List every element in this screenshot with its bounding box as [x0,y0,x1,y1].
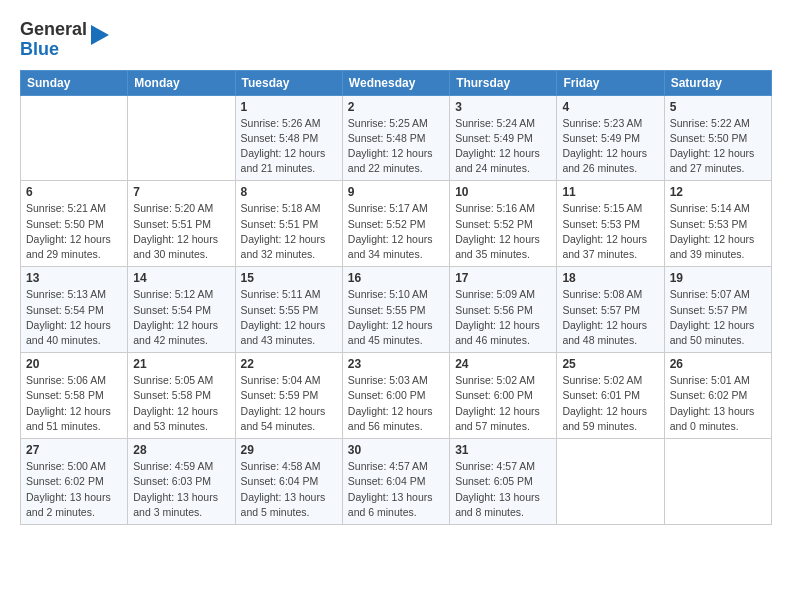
calendar-cell: 9Sunrise: 5:17 AM Sunset: 5:52 PM Daylig… [342,181,449,267]
calendar-cell: 3Sunrise: 5:24 AM Sunset: 5:49 PM Daylig… [450,95,557,181]
day-number: 25 [562,357,658,371]
day-number: 3 [455,100,551,114]
day-info: Sunrise: 5:16 AM Sunset: 5:52 PM Dayligh… [455,201,551,262]
calendar-cell: 16Sunrise: 5:10 AM Sunset: 5:55 PM Dayli… [342,267,449,353]
calendar-cell: 26Sunrise: 5:01 AM Sunset: 6:02 PM Dayli… [664,353,771,439]
calendar-cell: 1Sunrise: 5:26 AM Sunset: 5:48 PM Daylig… [235,95,342,181]
day-info: Sunrise: 5:00 AM Sunset: 6:02 PM Dayligh… [26,459,122,520]
day-info: Sunrise: 5:02 AM Sunset: 6:01 PM Dayligh… [562,373,658,434]
day-info: Sunrise: 5:01 AM Sunset: 6:02 PM Dayligh… [670,373,766,434]
weekday-header-row: SundayMondayTuesdayWednesdayThursdayFrid… [21,70,772,95]
calendar-cell: 18Sunrise: 5:08 AM Sunset: 5:57 PM Dayli… [557,267,664,353]
day-number: 11 [562,185,658,199]
week-row-3: 13Sunrise: 5:13 AM Sunset: 5:54 PM Dayli… [21,267,772,353]
day-info: Sunrise: 5:21 AM Sunset: 5:50 PM Dayligh… [26,201,122,262]
day-info: Sunrise: 5:04 AM Sunset: 5:59 PM Dayligh… [241,373,337,434]
day-info: Sunrise: 5:03 AM Sunset: 6:00 PM Dayligh… [348,373,444,434]
day-number: 12 [670,185,766,199]
day-number: 23 [348,357,444,371]
calendar-cell: 25Sunrise: 5:02 AM Sunset: 6:01 PM Dayli… [557,353,664,439]
day-info: Sunrise: 4:59 AM Sunset: 6:03 PM Dayligh… [133,459,229,520]
calendar-cell: 30Sunrise: 4:57 AM Sunset: 6:04 PM Dayli… [342,439,449,525]
logo: General Blue [20,20,109,60]
day-info: Sunrise: 5:26 AM Sunset: 5:48 PM Dayligh… [241,116,337,177]
weekday-header-thursday: Thursday [450,70,557,95]
day-info: Sunrise: 5:02 AM Sunset: 6:00 PM Dayligh… [455,373,551,434]
day-info: Sunrise: 5:12 AM Sunset: 5:54 PM Dayligh… [133,287,229,348]
day-info: Sunrise: 4:57 AM Sunset: 6:05 PM Dayligh… [455,459,551,520]
day-info: Sunrise: 5:15 AM Sunset: 5:53 PM Dayligh… [562,201,658,262]
page-header: General Blue [20,20,772,60]
calendar-cell: 10Sunrise: 5:16 AM Sunset: 5:52 PM Dayli… [450,181,557,267]
calendar-cell: 21Sunrise: 5:05 AM Sunset: 5:58 PM Dayli… [128,353,235,439]
week-row-5: 27Sunrise: 5:00 AM Sunset: 6:02 PM Dayli… [21,439,772,525]
day-number: 1 [241,100,337,114]
day-number: 17 [455,271,551,285]
calendar-cell: 29Sunrise: 4:58 AM Sunset: 6:04 PM Dayli… [235,439,342,525]
weekday-header-tuesday: Tuesday [235,70,342,95]
day-number: 27 [26,443,122,457]
calendar-cell: 20Sunrise: 5:06 AM Sunset: 5:58 PM Dayli… [21,353,128,439]
day-info: Sunrise: 5:24 AM Sunset: 5:49 PM Dayligh… [455,116,551,177]
calendar-cell [664,439,771,525]
calendar-cell: 17Sunrise: 5:09 AM Sunset: 5:56 PM Dayli… [450,267,557,353]
day-number: 24 [455,357,551,371]
day-number: 18 [562,271,658,285]
day-number: 6 [26,185,122,199]
calendar-cell: 15Sunrise: 5:11 AM Sunset: 5:55 PM Dayli… [235,267,342,353]
day-number: 28 [133,443,229,457]
day-number: 15 [241,271,337,285]
day-info: Sunrise: 5:14 AM Sunset: 5:53 PM Dayligh… [670,201,766,262]
calendar-cell: 12Sunrise: 5:14 AM Sunset: 5:53 PM Dayli… [664,181,771,267]
calendar-cell: 27Sunrise: 5:00 AM Sunset: 6:02 PM Dayli… [21,439,128,525]
day-number: 10 [455,185,551,199]
calendar-cell: 23Sunrise: 5:03 AM Sunset: 6:00 PM Dayli… [342,353,449,439]
day-info: Sunrise: 5:13 AM Sunset: 5:54 PM Dayligh… [26,287,122,348]
day-info: Sunrise: 5:20 AM Sunset: 5:51 PM Dayligh… [133,201,229,262]
day-number: 19 [670,271,766,285]
weekday-header-friday: Friday [557,70,664,95]
weekday-header-saturday: Saturday [664,70,771,95]
day-number: 20 [26,357,122,371]
day-info: Sunrise: 4:58 AM Sunset: 6:04 PM Dayligh… [241,459,337,520]
week-row-2: 6Sunrise: 5:21 AM Sunset: 5:50 PM Daylig… [21,181,772,267]
calendar-cell: 28Sunrise: 4:59 AM Sunset: 6:03 PM Dayli… [128,439,235,525]
calendar-cell: 31Sunrise: 4:57 AM Sunset: 6:05 PM Dayli… [450,439,557,525]
day-number: 7 [133,185,229,199]
calendar-cell: 5Sunrise: 5:22 AM Sunset: 5:50 PM Daylig… [664,95,771,181]
day-info: Sunrise: 5:06 AM Sunset: 5:58 PM Dayligh… [26,373,122,434]
day-number: 16 [348,271,444,285]
day-number: 13 [26,271,122,285]
calendar-cell: 2Sunrise: 5:25 AM Sunset: 5:48 PM Daylig… [342,95,449,181]
calendar-cell: 24Sunrise: 5:02 AM Sunset: 6:00 PM Dayli… [450,353,557,439]
day-info: Sunrise: 5:17 AM Sunset: 5:52 PM Dayligh… [348,201,444,262]
day-number: 8 [241,185,337,199]
calendar-cell: 22Sunrise: 5:04 AM Sunset: 5:59 PM Dayli… [235,353,342,439]
day-info: Sunrise: 5:23 AM Sunset: 5:49 PM Dayligh… [562,116,658,177]
day-number: 31 [455,443,551,457]
calendar-cell: 11Sunrise: 5:15 AM Sunset: 5:53 PM Dayli… [557,181,664,267]
calendar-cell: 6Sunrise: 5:21 AM Sunset: 5:50 PM Daylig… [21,181,128,267]
day-number: 4 [562,100,658,114]
day-number: 30 [348,443,444,457]
day-info: Sunrise: 5:07 AM Sunset: 5:57 PM Dayligh… [670,287,766,348]
calendar-table: SundayMondayTuesdayWednesdayThursdayFrid… [20,70,772,525]
logo-text: General Blue [20,20,87,60]
weekday-header-monday: Monday [128,70,235,95]
logo-arrow-icon [91,25,109,45]
day-info: Sunrise: 5:22 AM Sunset: 5:50 PM Dayligh… [670,116,766,177]
week-row-1: 1Sunrise: 5:26 AM Sunset: 5:48 PM Daylig… [21,95,772,181]
day-number: 26 [670,357,766,371]
calendar-cell: 8Sunrise: 5:18 AM Sunset: 5:51 PM Daylig… [235,181,342,267]
day-info: Sunrise: 5:05 AM Sunset: 5:58 PM Dayligh… [133,373,229,434]
weekday-header-wednesday: Wednesday [342,70,449,95]
day-number: 9 [348,185,444,199]
day-info: Sunrise: 5:08 AM Sunset: 5:57 PM Dayligh… [562,287,658,348]
calendar-cell: 13Sunrise: 5:13 AM Sunset: 5:54 PM Dayli… [21,267,128,353]
day-info: Sunrise: 5:25 AM Sunset: 5:48 PM Dayligh… [348,116,444,177]
calendar-cell [557,439,664,525]
calendar-cell [128,95,235,181]
calendar-cell: 7Sunrise: 5:20 AM Sunset: 5:51 PM Daylig… [128,181,235,267]
day-info: Sunrise: 5:10 AM Sunset: 5:55 PM Dayligh… [348,287,444,348]
day-number: 21 [133,357,229,371]
